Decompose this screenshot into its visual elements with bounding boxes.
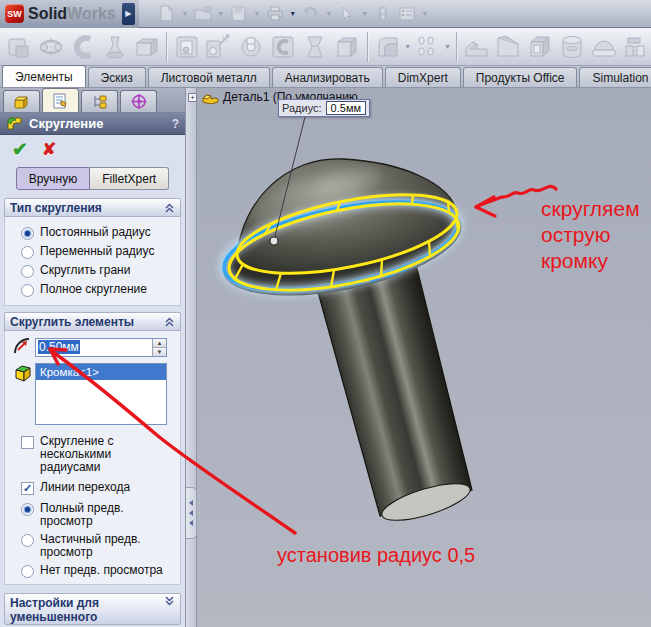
callout-label: Радиус: — [282, 102, 322, 114]
fillet-feature-icon — [6, 116, 23, 131]
cancel-button[interactable]: ✘ — [42, 139, 56, 160]
rib-icon[interactable] — [462, 31, 492, 63]
tab-evaluate[interactable]: Анализировать — [272, 67, 383, 87]
spinner-up-icon: ▲ — [153, 339, 166, 348]
ribbon-tab-bar: Элементы Эскиз Листовой металл Анализиро… — [0, 66, 651, 88]
features-toolbar: ▾ ▾ CD — [0, 28, 651, 66]
swept-cut-icon[interactable] — [268, 31, 298, 63]
revolved-boss-icon[interactable] — [36, 31, 66, 63]
list-item[interactable]: Кромка<1> — [36, 364, 166, 380]
tab-sketch[interactable]: Эскиз — [88, 67, 146, 87]
tab-dimxpert[interactable]: DimXpert — [385, 67, 461, 87]
expand-chevron-icon — [164, 596, 175, 606]
collapse-chevron-icon — [164, 203, 175, 213]
shell-icon[interactable] — [525, 31, 555, 63]
edge-selection-icon — [11, 363, 35, 383]
radius-icon — [11, 337, 35, 357]
configuration-manager-tab[interactable] — [81, 90, 118, 112]
app-logo-zone: SW SolidWorks ▶ — [0, 0, 139, 28]
tab-sheet-metal[interactable]: Листовой металл — [148, 67, 270, 87]
property-manager-tab[interactable] — [42, 88, 79, 112]
svg-text:CD: CD — [567, 45, 577, 52]
radio-face-fillet[interactable] — [21, 265, 34, 278]
boundary-boss-icon[interactable] — [132, 31, 162, 63]
items-to-fillet-section-header[interactable]: Скруглить элементы — [4, 312, 181, 331]
feature-manager-tab[interactable] — [3, 90, 40, 112]
new-document-icon[interactable] — [157, 4, 177, 24]
property-manager-panel: Скругление ? ✔ ✘ Вручную FilletXpert Тип… — [0, 88, 186, 627]
edge-anchor-point[interactable] — [270, 237, 278, 245]
radio-partial-preview[interactable] — [21, 534, 34, 547]
app-title: SolidWorks — [28, 5, 116, 23]
checkbox-tangent-lines[interactable]: ✓ — [21, 482, 34, 495]
dimxpert-manager-tab[interactable] — [120, 90, 157, 112]
radio-variable-radius[interactable] — [21, 246, 34, 259]
ok-button[interactable]: ✔ — [12, 138, 28, 161]
tab-office-products[interactable]: Продукты Office — [463, 67, 578, 87]
tab-elements[interactable]: Элементы — [2, 65, 86, 87]
tab-simulation[interactable]: Simulation — [579, 67, 651, 87]
callout-value-input[interactable]: 0.5мм — [326, 101, 366, 115]
linear-pattern-icon[interactable] — [413, 31, 443, 63]
radio-full-preview[interactable] — [21, 503, 34, 516]
tree-expander-icon[interactable]: + — [188, 93, 197, 102]
lofted-cut-icon[interactable] — [300, 31, 330, 63]
radio-no-preview[interactable] — [21, 565, 34, 578]
title-bar: SW SolidWorks ▶ ▾ ▾ ▾ ▾ ▾ ▾ ▾ — [0, 0, 651, 28]
panel-title: Скругление — [29, 116, 172, 131]
extruded-cut-icon[interactable] — [172, 31, 202, 63]
select-cursor-icon[interactable] — [337, 4, 357, 24]
fillet-type-section-header[interactable]: Тип скругления — [4, 198, 181, 217]
hole-wizard-icon[interactable] — [204, 31, 234, 63]
radio-constant-radius[interactable] — [21, 227, 34, 240]
swept-boss-icon[interactable] — [68, 31, 98, 63]
radio-full-round-fillet[interactable] — [21, 284, 34, 297]
boundary-cut-icon[interactable] — [332, 31, 362, 63]
revolved-cut-icon[interactable] — [236, 31, 266, 63]
solidworks-logo-icon: SW — [5, 4, 24, 23]
extruded-boss-icon[interactable] — [4, 31, 34, 63]
filletxpert-mode-button[interactable]: FilletXpert — [90, 167, 169, 190]
part-icon — [201, 90, 219, 104]
collapse-chevron-icon — [164, 317, 175, 327]
draft-icon[interactable] — [494, 31, 524, 63]
radius-input[interactable]: 0.50мм ▲▼ — [35, 338, 167, 357]
manager-tab-strip — [0, 88, 185, 113]
print-icon[interactable] — [265, 4, 285, 24]
menu-flyout-arrow-icon[interactable]: ▶ — [122, 3, 135, 25]
graphics-viewport[interactable]: Радиус: 0.5мм — [197, 88, 651, 627]
lofted-boss-icon[interactable] — [100, 31, 130, 63]
spinner-down-icon: ▼ — [153, 348, 166, 356]
wrap-icon[interactable]: CD — [557, 31, 587, 63]
radius-spinner[interactable]: ▲▼ — [152, 339, 166, 356]
dome-icon[interactable] — [589, 31, 619, 63]
checkbox-multi-radius[interactable] — [21, 436, 34, 449]
options-list-icon[interactable] — [397, 4, 417, 24]
panel-splitter-handle[interactable] — [186, 487, 197, 539]
open-document-icon[interactable] — [193, 4, 213, 24]
save-icon[interactable] — [229, 4, 249, 24]
undo-icon[interactable] — [301, 4, 321, 24]
fillet-icon[interactable] — [373, 31, 403, 63]
selection-filter-icon[interactable] — [373, 4, 393, 24]
panel-divider — [186, 88, 197, 627]
mirror-icon[interactable] — [621, 31, 651, 63]
radius-callout: Радиус: 0.5мм — [278, 99, 370, 117]
manual-mode-button[interactable]: Вручную — [16, 167, 90, 190]
model-3d[interactable] — [197, 88, 651, 627]
property-manager-header: Скругление ? — [0, 113, 185, 135]
fillet-items-list[interactable]: Кромка<1> — [35, 363, 167, 425]
setback-section-header[interactable]: Настройки для уменьшенного скругления — [4, 593, 181, 625]
help-button[interactable]: ? — [172, 117, 179, 131]
